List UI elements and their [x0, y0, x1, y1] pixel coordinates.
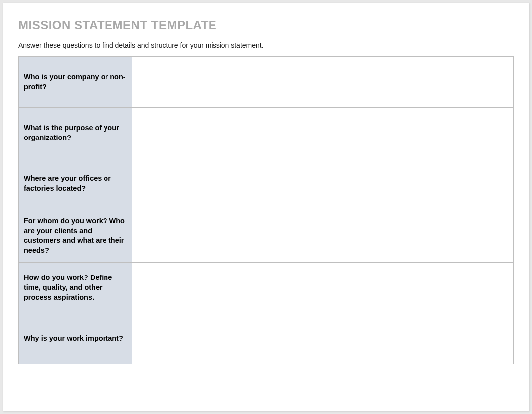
worksheet-table: Who is your company or non-profit? What …: [18, 56, 514, 364]
table-row: For whom do you work? Who are your clien…: [19, 209, 514, 263]
answer-cell[interactable]: [132, 313, 514, 364]
question-cell: Where are your offices or factories loca…: [19, 158, 132, 209]
question-cell: Who is your company or non-profit?: [19, 57, 132, 108]
question-cell: How do you work? Define time, quality, a…: [19, 263, 132, 313]
answer-cell[interactable]: [132, 209, 514, 263]
page-title: MISSION STATEMENT TEMPLATE: [18, 18, 514, 32]
answer-cell[interactable]: [132, 108, 514, 158]
question-cell: Why is your work important?: [19, 313, 132, 364]
table-row: Where are your offices or factories loca…: [19, 158, 514, 209]
answer-cell[interactable]: [132, 158, 514, 209]
table-row: Who is your company or non-profit?: [19, 57, 514, 108]
instructions-text: Answer these questions to find details a…: [18, 41, 514, 49]
answer-cell[interactable]: [132, 263, 514, 313]
table-row: How do you work? Define time, quality, a…: [19, 263, 514, 313]
table-row: Why is your work important?: [19, 313, 514, 364]
question-cell: What is the purpose of your organization…: [19, 108, 132, 158]
page-container: MISSION STATEMENT TEMPLATE Answer these …: [3, 3, 529, 411]
table-row: What is the purpose of your organization…: [19, 108, 514, 158]
answer-cell[interactable]: [132, 57, 514, 108]
question-cell: For whom do you work? Who are your clien…: [19, 209, 132, 263]
